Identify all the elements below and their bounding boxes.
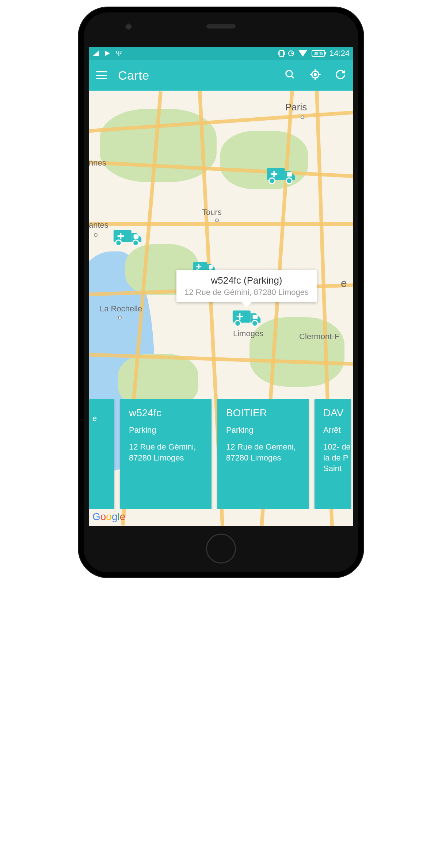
- app-bar: Carte: [89, 60, 353, 91]
- card-title: w524fc: [129, 407, 203, 419]
- card-status: Parking: [226, 425, 300, 435]
- card-title: BOITIER: [226, 407, 300, 419]
- vehicle-card[interactable]: e: [89, 399, 114, 509]
- city-dot: [94, 233, 98, 237]
- svg-point-3: [314, 73, 316, 75]
- map-info-window[interactable]: w524fc (Parking) 12 Rue de Gémini, 87280…: [176, 270, 317, 302]
- map-view[interactable]: Paris Tours nnes antes La Rochelle Limog…: [89, 91, 353, 526]
- menu-icon[interactable]: [96, 71, 107, 79]
- card-status: e: [92, 414, 106, 423]
- vehicle-marker[interactable]: [111, 226, 144, 249]
- city-label-larochelle: La Rochelle: [100, 304, 142, 314]
- city-dot: [118, 316, 122, 319]
- clock-text: 14:24: [329, 49, 350, 58]
- vehicle-carousel[interactable]: e w524fc Parking 12 Rue de Gémini, 87280…: [89, 399, 353, 509]
- svg-line-1: [292, 76, 294, 78]
- card-address: 12 Rue de Gemeni, 87280 Limoges: [226, 441, 300, 463]
- city-dot: [301, 115, 304, 119]
- battery-text: 39 %: [314, 51, 323, 56]
- city-label-e: e: [341, 277, 347, 289]
- search-icon[interactable]: [285, 69, 296, 82]
- map-road: [89, 222, 353, 226]
- vibrate-icon: [279, 50, 284, 57]
- map-green: [249, 317, 344, 387]
- city-label-limoges: Limoges: [233, 329, 263, 338]
- vehicle-marker-selected[interactable]: [230, 306, 263, 329]
- screen: Ψ 39 % 14:24 Carte: [89, 47, 353, 526]
- info-window-title: w524fc (Parking): [184, 275, 309, 286]
- city-label-antes: antes: [89, 220, 108, 230]
- city-label-paris: Paris: [285, 102, 307, 113]
- city-dot: [215, 219, 219, 222]
- page-title: Carte: [118, 68, 149, 83]
- home-button[interactable]: [206, 534, 236, 564]
- card-status: Parking: [129, 425, 203, 435]
- signal-icon: [92, 50, 99, 56]
- vehicle-marker[interactable]: [264, 164, 297, 186]
- card-status: Arrêt: [323, 425, 351, 435]
- city-label-clermont: Clermont-F: [299, 332, 339, 341]
- locate-icon[interactable]: [309, 69, 321, 82]
- refresh-icon[interactable]: [335, 69, 346, 82]
- svg-point-0: [286, 71, 293, 77]
- battery-icon: 39 %: [312, 50, 325, 57]
- card-title: DAV: [323, 407, 351, 419]
- play-badge-icon: [104, 50, 111, 57]
- status-bar: Ψ 39 % 14:24: [89, 47, 353, 60]
- google-logo: Google: [92, 511, 125, 523]
- info-window-subtitle: 12 Rue de Gémini, 87280 Limoges: [184, 288, 309, 297]
- phone-camera: [126, 24, 131, 29]
- usb-icon: Ψ: [116, 49, 122, 58]
- card-address: 102- de la de P Saint: [323, 441, 351, 474]
- phone-frame: Ψ 39 % 14:24 Carte: [79, 7, 363, 577]
- city-label-nnes: nnes: [89, 158, 106, 168]
- phone-speaker: [206, 24, 236, 29]
- vehicle-card[interactable]: w524fc Parking 12 Rue de Gémini, 87280 L…: [120, 399, 212, 509]
- wifi-icon: [298, 50, 307, 57]
- card-address: 12 Rue de Gémini, 87280 Limoges: [129, 441, 203, 463]
- city-label-tours: Tours: [202, 208, 222, 217]
- vehicle-card[interactable]: BOITIER Parking 12 Rue de Gemeni, 87280 …: [217, 399, 309, 509]
- vehicle-card[interactable]: DAV Arrêt 102- de la de P Saint: [315, 399, 351, 509]
- alarm-icon: [288, 50, 294, 56]
